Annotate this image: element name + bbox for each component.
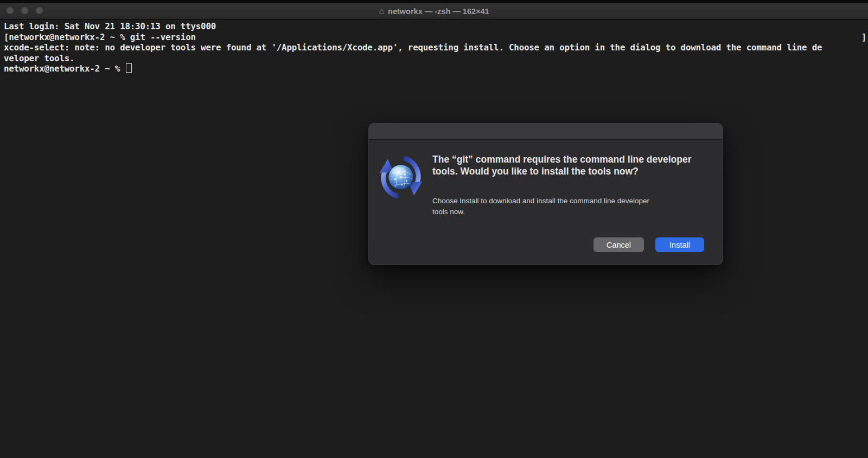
software-update-icon bbox=[378, 154, 424, 201]
zoom-button[interactable] bbox=[36, 7, 43, 14]
terminal-prompt-line: networkx@networkx-2 ~ % bbox=[4, 63, 866, 74]
install-button[interactable]: Install bbox=[655, 237, 704, 252]
dialog-titlebar[interactable] bbox=[369, 124, 723, 140]
terminal-line: [networkx@networkx-2 ~ % git --version] bbox=[4, 32, 866, 43]
home-icon: ⌂ bbox=[379, 7, 384, 16]
cancel-button[interactable]: Cancel bbox=[593, 237, 644, 252]
terminal-line: xcode-select: note: no developer tools w… bbox=[4, 42, 866, 53]
terminal-cursor bbox=[126, 63, 132, 73]
close-button[interactable] bbox=[7, 7, 14, 14]
terminal-line: veloper tools. bbox=[4, 53, 866, 64]
window-title-text: networkx — -zsh — 162×41 bbox=[388, 7, 489, 16]
window-title: ⌂ networkx — -zsh — 162×41 bbox=[379, 7, 489, 16]
terminal-output[interactable]: Last login: Sat Nov 21 18:30:13 on ttys0… bbox=[4, 21, 866, 74]
terminal-line: Last login: Sat Nov 21 18:30:13 on ttys0… bbox=[4, 21, 866, 32]
minimize-button[interactable] bbox=[21, 7, 28, 14]
dialog-title: The “git” command requires the command l… bbox=[432, 154, 706, 177]
prompt-mark: ] bbox=[861, 32, 866, 43]
window-titlebar[interactable]: ⌂ networkx — -zsh — 162×41 bbox=[0, 3, 868, 20]
install-dialog: The “git” command requires the command l… bbox=[369, 124, 723, 265]
traffic-lights bbox=[7, 7, 43, 14]
dialog-buttons: Cancel Install bbox=[593, 237, 704, 252]
dialog-body: Choose Install to download and install t… bbox=[432, 196, 655, 217]
